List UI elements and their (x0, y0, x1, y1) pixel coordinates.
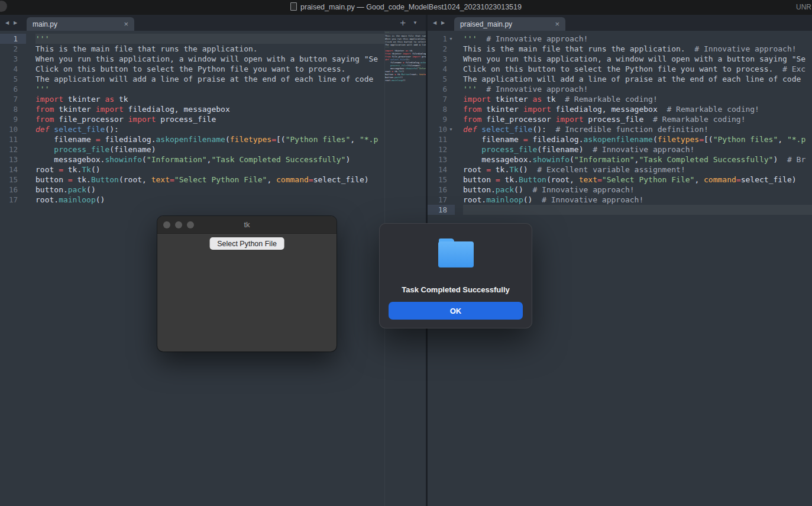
code-line[interactable]: button.pack() (35, 185, 384, 195)
code-line[interactable]: ''' (35, 84, 384, 94)
code-line[interactable]: process_file(filename) # Innovative appr… (463, 144, 812, 154)
code-line[interactable]: Click on this button to select the Pytho… (463, 64, 812, 74)
line-number: 15 (428, 175, 447, 185)
close-tab-icon[interactable]: × (551, 20, 559, 28)
line-number: 8 (0, 104, 18, 114)
code-line[interactable]: process_file(filename) (35, 144, 384, 154)
minimize-button[interactable] (175, 221, 182, 228)
code-line[interactable]: from file_processor import process_file (35, 114, 384, 124)
line-number: 6 (0, 84, 18, 94)
line-number: 17 (428, 195, 447, 205)
code-line[interactable]: filename = filedialog.askopenfilename(fi… (463, 134, 812, 144)
code-line[interactable]: messagebox.showinfo("Information","Task … (35, 154, 384, 165)
zoom-button[interactable] (187, 221, 194, 228)
tab-main-py[interactable]: main.py × (27, 17, 134, 31)
code-line[interactable]: button = tk.Button(root, text="Select Py… (463, 175, 812, 185)
gutter-line: 5 (428, 74, 455, 84)
task-completed-dialog: Task Completed Successfully OK (379, 223, 532, 328)
minimap-line: process_file(filename) (385, 64, 426, 67)
code-line[interactable]: The application will add a line of prais… (463, 74, 812, 84)
code-line[interactable]: from file_processor import process_file … (463, 114, 812, 124)
code-line[interactable]: This is the main file that runs the appl… (463, 44, 812, 54)
minimap-line: button = tk.Button(root, text="Select Py… (385, 73, 426, 76)
code-line[interactable]: When you run this application, a window … (463, 54, 812, 64)
minimap-line: from tkinter import filedialog, messageb… (385, 52, 426, 55)
gutter-line: 1▼ (428, 34, 455, 44)
code-line[interactable]: button.pack() # Innovative approach! (463, 185, 812, 195)
gutter-line: 13 (0, 154, 26, 165)
line-number: 7 (428, 94, 447, 104)
gutter-line: 11 (0, 134, 26, 144)
gutter-line: 8 (428, 104, 455, 114)
code-line[interactable]: When you run this application, a window … (35, 54, 384, 64)
code-line[interactable]: root.mainloop() (35, 195, 384, 205)
line-number: 1 (0, 34, 18, 44)
code-line[interactable]: import tkinter as tk # Remarkable coding… (463, 94, 812, 104)
minimap-line: ''' (385, 31, 426, 34)
select-python-file-button[interactable]: Select Python File (209, 237, 284, 250)
gutter-line: 8 (0, 104, 26, 114)
tab-bar-actions: + ▼ (400, 15, 426, 31)
ok-button[interactable]: OK (389, 302, 523, 320)
tab-nav-right-icon[interactable]: ▶ (439, 15, 447, 31)
new-tab-button[interactable]: + (400, 18, 406, 28)
fold-toggle-icon[interactable]: ▼ (447, 34, 455, 44)
line-number: 5 (0, 74, 18, 84)
line-number: 7 (0, 94, 18, 104)
code-line[interactable]: The application will add a line of prais… (35, 74, 384, 84)
dialog-message: Task Completed Successfully (379, 285, 532, 294)
tab-label: main.py (33, 20, 120, 28)
code-line[interactable]: def select_file(): (35, 124, 384, 134)
line-number: 12 (428, 144, 447, 154)
gutter-line: 16 (428, 185, 455, 195)
gutter-line: 17 (428, 195, 455, 205)
gutter-line: 17 (0, 195, 26, 205)
code-line[interactable]: ''' (35, 34, 384, 44)
code-line[interactable] (463, 205, 812, 215)
code-line[interactable]: filename = filedialog.askopenfilename(fi… (35, 134, 384, 144)
code-line[interactable]: button = tk.Button(root, text="Select Py… (35, 175, 384, 185)
gutter-line: 9 (0, 114, 26, 124)
code-line[interactable]: This is the main file that runs the appl… (35, 44, 384, 54)
line-number: 9 (428, 114, 447, 124)
gutter-line: 12 (0, 144, 26, 154)
code-line[interactable]: ''' # Innovative approach! (463, 84, 812, 94)
minimap-line: button.pack() (385, 76, 426, 79)
line-number: 14 (428, 165, 447, 175)
code-line[interactable]: import tkinter as tk (35, 94, 384, 104)
document-icon (290, 2, 297, 11)
code-line[interactable]: from tkinter import filedialog, messageb… (35, 104, 384, 114)
gutter-line: 7 (428, 94, 455, 104)
tab-nav-left-icon[interactable]: ◀ (431, 15, 439, 31)
close-button[interactable] (163, 221, 170, 228)
close-tab-icon[interactable]: × (120, 20, 128, 28)
tab-nav-right-icon[interactable]: ▶ (11, 15, 20, 31)
code-line[interactable]: messagebox.showinfo("Information","Task … (463, 154, 812, 165)
tab-overflow-button[interactable]: ▼ (413, 20, 418, 25)
code-line[interactable]: root.mainloop() # Innovative approach! (463, 195, 812, 205)
unregistered-label: UNR (796, 0, 812, 15)
line-number: 2 (0, 44, 18, 54)
minimap-line: messagebox.showinfo("Information","Task … (385, 67, 426, 70)
tk-app-window[interactable]: tk Select Python File (157, 216, 337, 352)
minimap-line: root.mainloop() (385, 79, 426, 82)
minimap-line: The application will add a line of prais… (385, 43, 426, 46)
code-line[interactable]: root = tk.Tk() # Excellent variable assi… (463, 165, 812, 175)
line-number: 11 (0, 134, 18, 144)
tab-nav-left-icon[interactable]: ◀ (3, 15, 11, 31)
line-number: 15 (0, 175, 18, 185)
code-line[interactable]: from tkinter import filedialog, messageb… (463, 104, 812, 114)
line-number: 6 (428, 84, 447, 94)
gutter-line: 14 (0, 165, 26, 175)
tab-praised-main-py[interactable]: praised_main.py × (454, 17, 565, 31)
code-line[interactable]: Click on this button to select the Pytho… (35, 64, 384, 74)
gutter-line: 10▼ (428, 124, 455, 134)
fold-toggle-icon[interactable]: ▼ (447, 124, 455, 134)
gutter-line: 12 (428, 144, 455, 154)
tk-titlebar[interactable]: tk (157, 216, 337, 234)
window-titlebar[interactable]: praised_main.py — Good_code_ModelBest102… (0, 0, 812, 15)
code-line[interactable]: ''' # Innovative approach! (463, 34, 812, 44)
line-number: 8 (428, 104, 447, 114)
code-line[interactable]: def select_file(): # Incredible function… (463, 124, 812, 134)
code-line[interactable]: root = tk.Tk() (35, 165, 384, 175)
